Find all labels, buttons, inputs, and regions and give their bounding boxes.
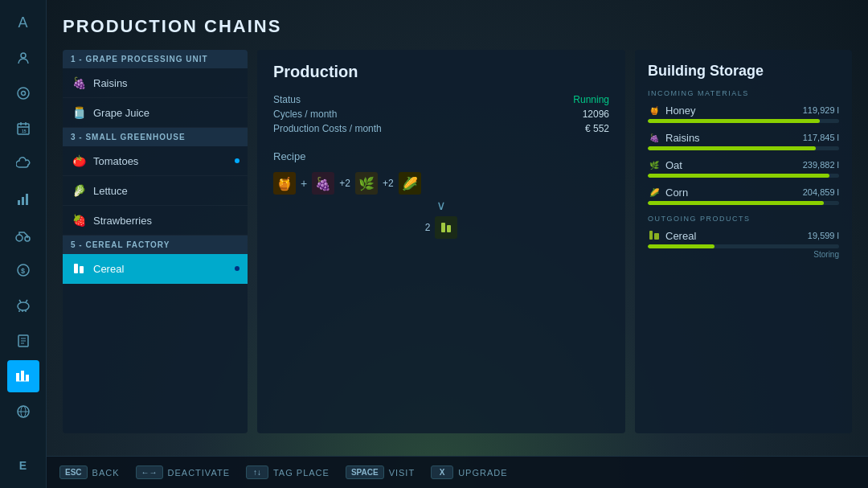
- sidebar: A 15: [0, 0, 47, 488]
- output-icon: [435, 216, 457, 239]
- raisins-recipe-icon: 🍇: [312, 172, 334, 195]
- cereal-storage-icon: [648, 229, 661, 242]
- sidebar-item-a[interactable]: A: [7, 6, 39, 39]
- svg-rect-25: [26, 375, 29, 381]
- svg-text:15: 15: [22, 129, 27, 133]
- storage-honey: 🍯 Honey 119,929 l: [648, 104, 839, 123]
- main-content: PRODUCTION CHAINS 1 - GRAPE PROCESSING U…: [47, 0, 868, 456]
- sidebar-item-calendar[interactable]: 15: [7, 113, 39, 145]
- storage-corn: 🌽 Corn 204,859 l: [648, 186, 839, 205]
- stat-costs: Production Costs / month € 552: [273, 123, 609, 134]
- oat-bar-track: [648, 174, 839, 178]
- svg-rect-34: [649, 231, 653, 240]
- cereal-bar-track: [648, 244, 839, 248]
- chains-panel: 1 - GRAPE PROCESSING UNIT 🍇 Raisins 🫙 Gr…: [63, 50, 248, 433]
- sidebar-item-cloud[interactable]: [7, 148, 39, 180]
- svg-rect-8: [18, 200, 20, 205]
- svg-rect-23: [16, 373, 19, 381]
- chain-item-grape-juice[interactable]: 🫙 Grape Juice: [63, 98, 248, 128]
- chain-item-tomatoes[interactable]: 🍅 Tomatoes: [63, 146, 248, 176]
- grape-juice-icon: 🫙: [71, 105, 87, 121]
- sidebar-item-money[interactable]: $: [7, 254, 39, 286]
- bottom-bar: ESC BACK ←→ DEACTIVATE ↑↓ TAG PLACE SPAC…: [47, 456, 868, 488]
- tomatoes-dot: [235, 158, 240, 163]
- chain-item-strawberries[interactable]: 🍓 Strawberries: [63, 206, 248, 236]
- sidebar-item-globe[interactable]: [7, 396, 39, 428]
- output-amount: 2: [425, 222, 431, 233]
- sidebar-item-book[interactable]: [7, 325, 39, 357]
- honey-bar-fill: [648, 119, 820, 123]
- hotkey-deactivate: ←→ DEACTIVATE: [136, 465, 230, 479]
- hotkey-tagplace: ↑↓ TAG PLACE: [246, 465, 330, 479]
- chain-section-cereal: 5 - CEREAL FACTORY: [63, 236, 248, 254]
- plus-1: +: [301, 177, 307, 190]
- hotkey-visit: SPACE VISIT: [346, 465, 415, 479]
- chain-section-greenhouse: 3 - SMALL GREENHOUSE: [63, 128, 248, 146]
- deactivate-key: ←→: [136, 465, 163, 479]
- svg-rect-30: [74, 264, 78, 273]
- raisins-icon: 🍇: [71, 75, 87, 91]
- svg-rect-10: [26, 194, 28, 205]
- stat-status: Status Running: [273, 94, 609, 105]
- deactivate-label: DEACTIVATE: [168, 468, 230, 478]
- sidebar-item-chart[interactable]: [7, 183, 39, 215]
- hotkey-upgrade: X UPGRADE: [431, 465, 507, 479]
- svg-text:$: $: [21, 267, 25, 275]
- svg-rect-35: [654, 233, 659, 240]
- incoming-label: INCOMING MATERIALS: [648, 89, 839, 97]
- visit-label: VISIT: [389, 468, 416, 478]
- chain-item-lettuce[interactable]: 🥬 Lettuce: [63, 176, 248, 206]
- sidebar-item-wheel[interactable]: [7, 77, 39, 109]
- outgoing-label: OUTGOING PRODUCTS: [648, 215, 839, 223]
- oat-recipe-icon: 🌿: [355, 172, 378, 195]
- svg-rect-24: [21, 371, 24, 381]
- svg-rect-32: [441, 223, 445, 232]
- honey-storage-icon: 🍯: [648, 104, 661, 117]
- cereal-dot: [235, 266, 240, 271]
- chain-item-raisins[interactable]: 🍇 Raisins: [63, 68, 248, 98]
- upgrade-label: UPGRADE: [458, 468, 507, 478]
- oat-storage-icon: 🌿: [648, 158, 661, 171]
- esc-key: ESC: [59, 465, 88, 479]
- honey-recipe-icon: 🍯: [273, 172, 296, 195]
- recipe-label: Recipe: [273, 150, 609, 162]
- sidebar-item-production[interactable]: [7, 360, 39, 392]
- storage-panel: Building Storage INCOMING MATERIALS 🍯 Ho…: [635, 50, 852, 433]
- svg-rect-31: [80, 266, 84, 273]
- sidebar-item-person[interactable]: [7, 42, 39, 74]
- stat-cycles: Cycles / month 12096: [273, 109, 609, 120]
- oat-amount: +2: [383, 178, 394, 189]
- svg-point-15: [18, 302, 29, 310]
- cereal-bar-fill: [648, 244, 714, 248]
- storage-title: Building Storage: [648, 63, 839, 80]
- storage-raisins: 🍇 Raisins 117,845 l: [648, 131, 839, 150]
- production-title: Production: [273, 63, 609, 81]
- corn-storage-icon: 🌽: [648, 186, 661, 199]
- oat-bar-fill: [648, 174, 829, 178]
- hotkey-esc: ESC BACK: [59, 465, 120, 479]
- corn-recipe-icon: 🌽: [399, 172, 421, 195]
- lettuce-icon: 🥬: [71, 182, 87, 199]
- sidebar-item-e[interactable]: E: [7, 449, 39, 482]
- sidebar-item-tractor[interactable]: [7, 219, 39, 251]
- content-grid: 1 - GRAPE PROCESSING UNIT 🍇 Raisins 🫙 Gr…: [63, 50, 852, 433]
- storage-oat: 🌿 Oat 239,882 l: [648, 158, 839, 178]
- tagplace-key: ↑↓: [246, 465, 268, 479]
- tomatoes-icon: 🍅: [71, 153, 87, 169]
- chain-section-grape: 1 - GRAPE PROCESSING UNIT: [63, 50, 248, 68]
- sidebar-item-cow[interactable]: [7, 289, 39, 322]
- production-stats: Status Running Cycles / month 12096 Prod…: [273, 94, 609, 134]
- svg-rect-33: [447, 225, 451, 232]
- raisins-bar-track: [648, 146, 839, 150]
- svg-rect-9: [22, 197, 24, 205]
- chain-item-cereal[interactable]: Cereal: [63, 254, 248, 284]
- storage-cereal-out: Cereal 19,599 l Storing: [648, 229, 839, 259]
- raisins-storage-icon: 🍇: [648, 131, 661, 144]
- tagplace-label: TAG PLACE: [273, 468, 330, 478]
- recipe-arrow: ∨: [273, 198, 609, 213]
- raisins-amount: +2: [339, 178, 350, 189]
- upgrade-key: X: [431, 465, 453, 479]
- svg-point-2: [21, 92, 25, 96]
- page-title: PRODUCTION CHAINS: [63, 16, 852, 37]
- svg-point-0: [21, 53, 26, 58]
